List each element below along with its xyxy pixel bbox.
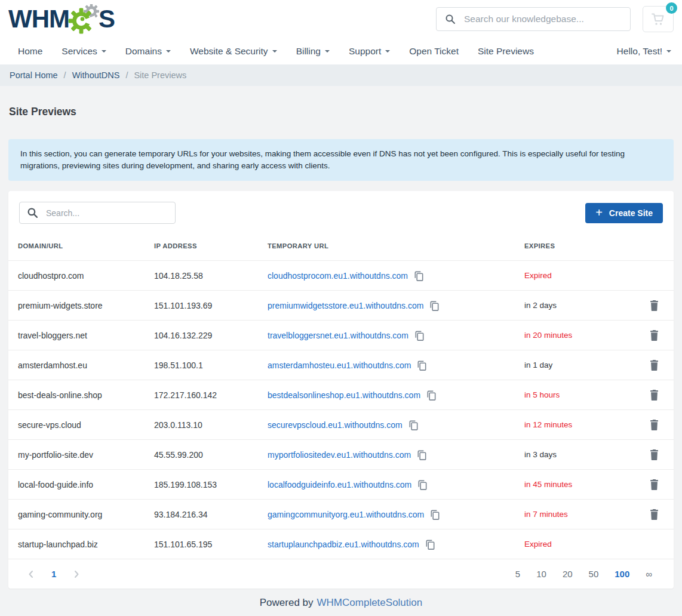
info-alert: In this section, you can generate tempor… <box>8 139 674 181</box>
chevron-down-icon <box>385 50 390 53</box>
user-menu-label: Hello, Test! <box>617 46 662 57</box>
column-header-temp-url: TEMPORARY URL <box>268 242 524 250</box>
site-previews-card: + Create Site DOMAIN/URL IP ADDRESS TEMP… <box>8 191 674 589</box>
prev-page-icon[interactable] <box>26 569 36 579</box>
nav-item-open-ticket[interactable]: Open Ticket <box>400 46 468 57</box>
ip-address-cell: 151.101.65.195 <box>154 540 268 549</box>
breadcrumb: Portal Home/WithoutDNS/Site Previews <box>0 64 682 86</box>
logo-text-whm: WHM <box>8 7 69 32</box>
expires-cell: in 1 day <box>524 361 638 369</box>
delete-icon[interactable] <box>650 360 659 371</box>
copy-icon[interactable] <box>413 270 425 282</box>
temporary-url-link[interactable]: gamingcommunityorg.eu1.withoutdns.com <box>268 510 424 519</box>
ip-address-cell: 151.101.193.69 <box>154 301 268 310</box>
main-nav: Home Services Domains Website & Security… <box>0 38 682 64</box>
domain-cell: travel-bloggers.net <box>18 331 154 340</box>
temporary-url-link[interactable]: amsterdamhosteu.eu1.withoutdns.com <box>268 361 411 370</box>
breadcrumb-item-withoutdns[interactable]: WithoutDNS <box>72 70 120 80</box>
expires-cell: Expired <box>524 540 638 549</box>
copy-icon[interactable] <box>425 539 436 550</box>
table-row: gaming-community.org 93.184.216.34 gamin… <box>8 499 674 529</box>
table-row: secure-vps.cloud 203.0.113.10 securevpsc… <box>8 409 674 439</box>
whmcs-logo[interactable]: WHM <box>8 4 115 34</box>
table-row: best-deals-online.shop 172.217.160.142 b… <box>8 380 674 409</box>
domain-cell: local-food-guide.info <box>18 480 154 489</box>
copy-icon[interactable] <box>416 360 428 371</box>
knowledgebase-search-input[interactable] <box>463 13 622 25</box>
chevron-down-icon <box>272 50 277 53</box>
table-row: local-food-guide.info 185.199.108.153 lo… <box>8 469 674 499</box>
copy-icon[interactable] <box>408 420 419 431</box>
temporary-url-link[interactable]: cloudhostprocom.eu1.withoutdns.com <box>268 271 408 281</box>
delete-icon[interactable] <box>650 509 659 520</box>
nav-item-website-security[interactable]: Website & Security <box>180 46 287 57</box>
copy-icon[interactable] <box>416 449 428 461</box>
ip-address-cell: 45.55.99.200 <box>154 450 268 460</box>
knowledgebase-search <box>436 7 631 31</box>
logo-text-s: S <box>99 7 115 32</box>
copy-icon[interactable] <box>429 300 440 312</box>
nav-item-site-previews[interactable]: Site Previews <box>468 46 543 57</box>
page-size-∞[interactable]: ∞ <box>646 569 652 579</box>
chevron-down-icon <box>102 50 106 53</box>
ip-address-cell: 93.184.216.34 <box>154 510 268 519</box>
expires-cell: in 45 minutes <box>524 480 638 489</box>
delete-icon[interactable] <box>650 390 659 401</box>
powered-by-text: Powered by <box>260 597 314 609</box>
temporary-url-link[interactable]: startuplaunchpadbiz.eu1.withoutdns.com <box>268 540 419 549</box>
user-menu[interactable]: Hello, Test! <box>607 46 674 57</box>
nav-item-domains[interactable]: Domains <box>116 46 180 57</box>
whmcompletesolution-link[interactable]: WHMCompleteSolution <box>317 597 423 609</box>
delete-icon[interactable] <box>650 420 659 430</box>
ip-address-cell: 172.217.160.142 <box>154 390 268 400</box>
domain-cell: best-deals-online.shop <box>18 390 154 400</box>
copy-icon[interactable] <box>429 509 441 520</box>
temporary-url-link[interactable]: premiumwidgetsstore.eu1.withoutdns.com <box>268 301 423 310</box>
copy-icon[interactable] <box>426 390 437 401</box>
temporary-url-link[interactable]: localfoodguideinfo.eu1.withoutdns.com <box>268 480 411 489</box>
nav-items: Home Services Domains Website & Security… <box>8 46 543 57</box>
main-content: Site Previews In this section, you can g… <box>0 106 682 589</box>
copy-icon[interactable] <box>417 479 428 491</box>
nav-item-services[interactable]: Services <box>52 46 115 57</box>
breadcrumb-item-portal-home[interactable]: Portal Home <box>10 70 58 80</box>
page-size-50[interactable]: 50 <box>589 569 599 579</box>
table-search-input[interactable] <box>45 208 168 218</box>
delete-icon[interactable] <box>650 449 659 460</box>
footer: Powered by WHMCompleteSolution <box>0 589 682 616</box>
chevron-down-icon <box>325 50 330 53</box>
breadcrumb-separator: / <box>125 70 128 80</box>
nav-item-support[interactable]: Support <box>339 46 400 57</box>
page-size-10[interactable]: 10 <box>536 569 546 579</box>
temporary-url-link[interactable]: myportfoliositedev.eu1.withoutdns.com <box>268 450 411 460</box>
domain-cell: gaming-community.org <box>18 510 154 519</box>
page-size-100[interactable]: 100 <box>615 569 629 579</box>
domain-cell: cloudhostpro.com <box>18 271 154 281</box>
page-size-5[interactable]: 5 <box>515 569 520 579</box>
chevron-down-icon <box>166 50 171 53</box>
next-page-icon[interactable] <box>72 569 81 579</box>
search-icon <box>445 14 456 24</box>
table-search <box>19 202 176 224</box>
delete-icon[interactable] <box>650 300 659 311</box>
page-size-20[interactable]: 20 <box>563 569 573 579</box>
ip-address-cell: 198.51.100.1 <box>154 361 268 370</box>
table-row: premium-widgets.store 151.101.193.69 pre… <box>8 290 674 320</box>
page-number[interactable]: 1 <box>51 569 56 579</box>
temporary-url-link[interactable]: travelbloggersnet.eu1.withoutdns.com <box>268 331 408 340</box>
delete-icon[interactable] <box>650 330 659 341</box>
delete-icon[interactable] <box>650 479 659 490</box>
temporary-url-link[interactable]: bestdealsonlineshop.eu1.withoutdns.com <box>268 390 420 400</box>
domain-cell: startup-launchpad.biz <box>18 540 154 549</box>
search-icon <box>27 207 38 218</box>
table-row: startup-launchpad.biz 151.101.65.195 sta… <box>8 529 674 559</box>
expires-cell: in 2 days <box>524 301 638 310</box>
cart-button[interactable]: 0 <box>643 6 674 32</box>
table-body: cloudhostpro.com 104.18.25.58 cloudhostp… <box>8 260 674 559</box>
nav-item-billing[interactable]: Billing <box>287 46 339 57</box>
create-site-button[interactable]: + Create Site <box>585 203 663 223</box>
temporary-url-link[interactable]: securevpscloud.eu1.withoutdns.com <box>268 420 403 430</box>
create-site-label: Create Site <box>609 208 653 218</box>
copy-icon[interactable] <box>414 330 425 341</box>
nav-item-home[interactable]: Home <box>8 46 52 57</box>
